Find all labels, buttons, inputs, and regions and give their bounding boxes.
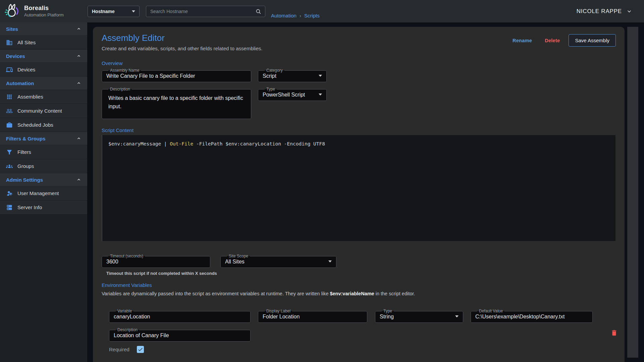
sidebar-section-automation[interactable]: Automation [0,77,87,90]
environment-variables-description: Variables are dynamically passed into th… [102,291,415,296]
brand: Borealis Automation Platform [3,3,64,19]
timeout-label: Timeout (seconds) [108,254,145,258]
chevron-up-icon [76,81,81,85]
sidebar-item-groups[interactable]: Groups [0,159,87,173]
variable-value: canaryLocation [114,313,246,320]
delete-variable-button[interactable] [610,329,618,337]
description-field[interactable]: Description Writes a basic canary file t… [102,87,251,119]
code-segment: $env:canaryMessage | [108,141,170,146]
sidebar-section-label: Sites [6,26,76,32]
assembly-name-field[interactable]: Assembly Name Write Canary File to a Spe… [102,68,251,82]
sidebar-section-admin-settings[interactable]: Admin Settings [0,173,87,186]
required-checkbox[interactable] [137,346,144,353]
type-select[interactable]: Type PowerShell Script [258,87,327,101]
rename-button[interactable]: Rename [508,35,536,46]
sidebar-item-label: Devices [17,67,35,72]
breadcrumb-scripts[interactable]: Scripts [304,13,320,18]
search-box [146,6,265,17]
code-segment-keyword: Out-File [170,141,193,146]
breadcrumb-separator: › [300,13,301,18]
chevron-down-icon [627,9,632,14]
variable-description-label: Description [116,328,139,332]
hostname-filter-value: Hostname [92,9,132,14]
variable-type-select[interactable]: Type String [375,309,463,323]
assembly-name-value: Write Canary File to a Specific Folder [106,73,247,79]
chevron-down-icon [132,10,135,12]
brand-name: Borealis [24,5,64,12]
script-content-section-label: Script Content [102,127,133,133]
user-menu[interactable]: NICOLE RAPPE [577,0,632,22]
trash-icon [610,329,618,337]
sidebar-item-all-sites[interactable]: All Sites [0,36,87,50]
variable-description-value: Location of Canary File [114,332,246,339]
sidebar-item-label: Community Content [17,108,62,114]
sidebar-item-filters[interactable]: Filters [0,145,87,159]
sidebar-section-label: Automation [6,80,76,86]
chevron-down-icon [319,94,322,96]
sidebar-item-label: Server Info [17,204,42,210]
site-scope-label: Site Scope [227,254,250,258]
user-gear-icon [6,190,13,197]
description-value: Writes a basic canary file to a specific… [106,92,247,111]
sidebar-item-label: All Sites [17,40,36,45]
sidebar-section-sites[interactable]: Sites [0,22,87,36]
category-value: Script [263,73,322,79]
category-select[interactable]: Category Script [258,68,327,82]
env-desc-prefix: Variables are dynamically passed into th… [102,291,330,296]
sidebar-section-filters-groups[interactable]: Filters & Groups [0,132,87,145]
script-code-editor[interactable]: $env:canaryMessage | Out-File -FilePath … [102,135,616,241]
site-scope-value: All Sites [225,258,332,265]
env-desc-variable-example: $env:variableName [330,291,374,296]
card-actions: Rename Delete Save Assembly [508,34,616,47]
sidebar-item-label: Assemblies [17,94,43,100]
hostname-filter-select[interactable]: Hostname [88,6,140,17]
delete-button[interactable]: Delete [541,35,564,46]
borealis-rabbit-logo [3,3,20,19]
assembly-name-label: Assembly Name [108,68,141,73]
chevron-up-icon [76,26,81,31]
sidebar-item-assemblies[interactable]: Assemblies [0,90,87,104]
search-icon[interactable] [255,8,262,15]
assembly-editor-card: Assembly Editor Create and edit variable… [93,27,625,362]
sidebar-item-label: User Management [17,190,59,196]
devices-icon [6,66,13,73]
sidebar-item-label: Filters [17,149,31,155]
breadcrumb-automation[interactable]: Automation [271,13,297,18]
apps-grid-icon [6,94,13,100]
sidebar-item-community-content[interactable]: Community Content [0,104,87,118]
scrollbar-thumb[interactable] [627,27,638,358]
required-row: Required [109,346,144,353]
timeout-field[interactable]: Timeout (seconds) 3600 [102,254,210,268]
sidebar-item-server-info[interactable]: Server Info [0,200,87,215]
page-subtitle: Create and edit variables, scripts, and … [102,46,262,51]
required-label: Required [109,347,129,352]
page-title: Assembly Editor [102,33,165,43]
overview-section-label: Overview [102,60,123,66]
variable-label: Variable [116,309,133,313]
sidebar-item-user-management[interactable]: User Management [0,186,87,200]
chevron-up-icon [76,177,81,182]
sidebar-nav: Sites All Sites Devices Devices Automati… [0,22,87,362]
category-label: Category [265,68,284,73]
briefcase-icon [6,122,13,128]
description-label: Description [108,87,132,92]
save-assembly-button[interactable]: Save Assembly [569,34,616,47]
sidebar-item-scheduled-jobs[interactable]: Scheduled Jobs [0,118,87,132]
sidebar-item-label: Groups [17,163,34,169]
default-value-field[interactable]: Default Value C:\Users\example\Desktop\C… [471,309,593,323]
display-label-field[interactable]: Display Label Folder Location [258,309,367,323]
search-input[interactable] [150,9,255,14]
site-scope-select[interactable]: Site Scope All Sites [220,254,336,268]
scrollbar-track[interactable] [627,22,644,362]
sidebar-section-label: Devices [6,53,76,59]
building-icon [6,39,13,46]
sidebar-section-label: Admin Settings [6,177,76,183]
top-bar: Borealis Automation Platform Hostname Au… [0,0,644,22]
default-value-label: Default Value [477,309,504,313]
variable-description-field[interactable]: Description Location of Canary File [109,328,251,342]
timeout-value: 3600 [106,258,206,265]
sidebar-item-devices[interactable]: Devices [0,63,87,77]
display-label-value: Folder Location [263,313,363,320]
sidebar-section-devices[interactable]: Devices [0,50,87,63]
variable-name-field[interactable]: Variable canaryLocation [109,309,251,323]
